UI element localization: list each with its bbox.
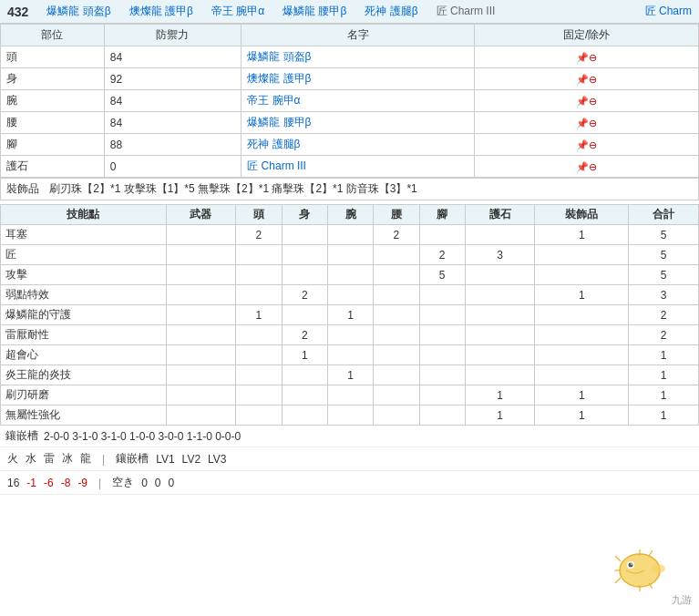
svg-line-8 (615, 578, 621, 583)
armor-defense-0: 84 (104, 46, 242, 68)
skill-val-頭-9 (236, 406, 282, 426)
armor-name-3[interactable]: 爆鱗龍 腰甲β (242, 112, 475, 134)
armor-table: 部位 防禦力 名字 固定/除外 頭84爆鱗龍 頭盔β📌⊖身92燠燦龍 護甲β📌⊖… (0, 24, 699, 178)
skill-val-頭-4: 1 (236, 305, 282, 325)
skill-row-3: 弱點特效213 (1, 285, 699, 305)
skill-val-合計-4: 2 (629, 305, 699, 325)
top-item-3[interactable]: 帝王 腕甲α (211, 4, 264, 19)
water-value: -1 (26, 477, 36, 489)
skill-val-腳-8 (419, 385, 465, 406)
skill-val-腳-0 (419, 225, 465, 245)
skill-val-身-2 (282, 265, 327, 285)
top-bar-left: 432 爆鱗龍 頭盔β 燠燦龍 護甲β 帝王 腕甲α 爆鱗龍 腰甲β 死神 護腿… (7, 4, 495, 19)
skill-val-腰-2 (374, 265, 419, 285)
skill-val-腰-8 (374, 385, 419, 406)
fire-value: 16 (7, 477, 19, 489)
slots-item-4: 3-0-0 (158, 430, 183, 443)
slots-item-6: 0-0-0 (215, 430, 241, 443)
skill-val-腕-8 (327, 385, 373, 406)
minus-icon: ⊖ (589, 96, 597, 107)
skill-val-頭-1 (236, 245, 282, 265)
ice-label: 冰 (62, 451, 73, 467)
armor-row-1: 身92燠燦龍 護甲β📌⊖ (1, 68, 699, 90)
skill-val-身-6: 1 (282, 345, 327, 365)
armor-fixed-0: 📌⊖ (475, 46, 699, 68)
skill-val-合計-0: 5 (629, 225, 699, 245)
skill-val-裝飾品-2 (535, 265, 629, 285)
armor-row-4: 腳88死神 護腿β📌⊖ (1, 134, 699, 156)
elements-section: 火 水 雷 冰 龍 | 鑲嵌槽 LV1 LV2 LV3 (0, 447, 699, 471)
skill-val-武器-5 (166, 325, 236, 345)
skill-col-3: 身 (282, 205, 327, 225)
lv2-header: LV2 (182, 453, 200, 466)
skill-val-腕-7: 1 (327, 365, 373, 385)
skill-val-護石-2 (465, 265, 535, 285)
armor-name-5[interactable]: 匠 Charm III (242, 156, 475, 178)
skill-val-腳-9 (419, 406, 465, 426)
skill-val-腰-6 (374, 345, 419, 365)
lv2-value: 0 (155, 477, 161, 489)
skill-val-頭-0: 2 (236, 225, 282, 245)
svg-point-1 (620, 554, 660, 587)
armor-part-4: 腳 (1, 134, 105, 156)
skill-val-護石-8: 1 (465, 385, 535, 406)
skill-val-武器-9 (166, 406, 236, 426)
skill-val-頭-5 (236, 325, 282, 345)
skill-val-腕-0 (327, 225, 373, 245)
skill-name-1: 匠 (1, 245, 167, 265)
armor-fixed-3: 📌⊖ (475, 112, 699, 134)
top-item-5[interactable]: 死神 護腿β (365, 4, 417, 19)
skill-val-腳-7 (419, 365, 465, 385)
skill-val-腕-9 (327, 406, 373, 426)
skill-val-合計-8: 1 (629, 385, 699, 406)
skill-name-4: 爆鱗龍的守護 (1, 305, 167, 325)
skill-row-9: 無屬性強化111 (1, 406, 699, 426)
elements-values-section: 16 -1 -6 -8 -9 | 空き 0 0 0 (0, 471, 699, 495)
armor-name-0[interactable]: 爆鱗龍 頭盔β (242, 46, 475, 68)
skill-val-身-4 (282, 305, 327, 325)
skill-val-裝飾品-5 (535, 325, 629, 345)
skill-val-裝飾品-8: 1 (535, 385, 629, 406)
skill-val-身-0 (282, 225, 327, 245)
minus-icon: ⊖ (589, 74, 597, 85)
slots-row: 鑲嵌槽 2-0-0 3-1-0 3-1-0 1-0-0 3-0-0 1-1-0 … (0, 426, 699, 447)
skill-row-2: 攻擊55 (1, 265, 699, 285)
pin-icon: 📌 (576, 118, 589, 128)
skill-val-武器-3 (166, 285, 236, 305)
skill-val-身-5: 2 (282, 325, 327, 345)
nine-logo: 九游 (672, 593, 692, 607)
skill-val-腳-5 (419, 325, 465, 345)
armor-fixed-2: 📌⊖ (475, 90, 699, 112)
skill-val-腳-3 (419, 285, 465, 305)
skill-name-8: 刷刃研磨 (1, 385, 167, 406)
skill-val-腕-1 (327, 245, 373, 265)
armor-name-2[interactable]: 帝王 腕甲α (242, 90, 475, 112)
top-item-1[interactable]: 爆鱗龍 頭盔β (46, 4, 110, 19)
skill-val-護石-3 (465, 285, 535, 305)
col-name: 名字 (242, 25, 475, 46)
armor-row-3: 腰84爆鱗龍 腰甲β📌⊖ (1, 112, 699, 134)
skill-col-5: 腰 (374, 205, 419, 225)
svg-point-0 (620, 554, 660, 587)
top-item-6[interactable]: 匠 Charm III (437, 4, 496, 19)
slots-item-2: 3-1-0 (101, 430, 127, 443)
skill-val-身-8 (282, 385, 327, 406)
skill-val-身-3: 2 (282, 285, 327, 305)
minus-icon: ⊖ (589, 52, 597, 63)
armor-fixed-4: 📌⊖ (475, 134, 699, 156)
top-bar-right: 匠 Charm (645, 4, 692, 19)
dragon-value: -9 (77, 477, 87, 489)
skill-val-武器-6 (166, 345, 236, 365)
skill-val-裝飾品-4 (535, 305, 629, 325)
top-item-4[interactable]: 爆鱗龍 腰甲β (283, 4, 346, 19)
lv3-header: LV3 (208, 453, 226, 466)
armor-part-1: 身 (1, 68, 105, 90)
armor-row-0: 頭84爆鱗龍 頭盔β📌⊖ (1, 46, 699, 68)
top-item-2[interactable]: 燠燦龍 護甲β (129, 4, 193, 19)
armor-name-1[interactable]: 燠燦龍 護甲β (242, 68, 475, 90)
armor-name-4[interactable]: 死神 護腿β (242, 134, 475, 156)
decoration-row: 裝飾品 刷刃珠【2】*1 攻擊珠【1】*5 無擊珠【2】*1 痛擊珠【2】*1 … (0, 178, 699, 200)
skill-name-7: 炎王龍的炎技 (1, 365, 167, 385)
charm-link[interactable]: 匠 Charm (645, 5, 692, 17)
pin-icon: 📌 (576, 161, 589, 172)
